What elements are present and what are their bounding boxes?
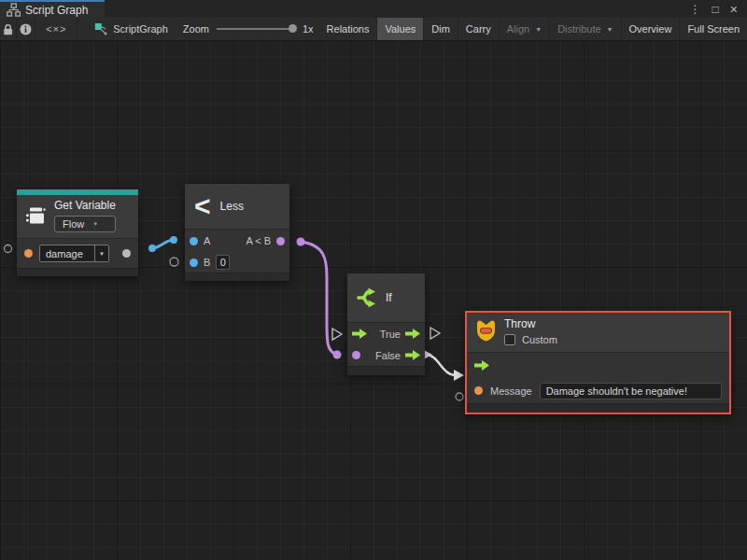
wire-endpoint: [170, 236, 177, 244]
lock-icon: [3, 23, 13, 35]
relations-button[interactable]: Relations: [319, 18, 378, 40]
branch-icon: [355, 286, 379, 310]
value-output-port[interactable]: [122, 249, 131, 258]
wire-endpoint: [333, 351, 342, 359]
less-than-icon: <: [194, 192, 211, 220]
flow-hint-triangle: [332, 329, 342, 340]
custom-checkbox-label: Custom: [522, 334, 557, 345]
node-body: True False: [347, 322, 425, 366]
flow-input-port[interactable]: [474, 360, 489, 371]
port-label-a: A: [204, 235, 210, 246]
values-button[interactable]: Values: [377, 18, 424, 40]
wire-damage-to-lessA[interactable]: [152, 240, 174, 248]
chevron-down-icon: ▼: [607, 26, 613, 33]
code-view-button[interactable]: <×>: [35, 18, 78, 40]
graph-name[interactable]: ScriptGraph: [85, 18, 177, 40]
custom-checkbox[interactable]: [504, 334, 515, 345]
overview-button[interactable]: Overview: [622, 18, 681, 40]
node-footer: [467, 403, 729, 413]
node-body: A A < B B 0: [185, 229, 289, 273]
node-title: Get Variable: [54, 199, 116, 212]
port-label-true: True: [380, 329, 401, 340]
port-hint-circle: [456, 393, 463, 400]
chevron-down-icon: ▼: [92, 221, 98, 227]
node-title: If: [386, 291, 392, 304]
wire-endpoint: [148, 245, 156, 252]
zoom-slider-handle[interactable]: [289, 24, 297, 33]
info-icon: [20, 23, 32, 35]
graph-name-label: ScriptGraph: [113, 23, 168, 35]
dim-button[interactable]: Dim: [424, 18, 458, 40]
flow-input-port[interactable]: [352, 329, 367, 339]
graph-hierarchy-icon: [7, 3, 21, 17]
node-if[interactable]: If True False: [347, 273, 425, 375]
output-port[interactable]: [276, 237, 285, 245]
port-hint-circle: [5, 245, 12, 253]
zoom-value: 1x: [303, 23, 314, 35]
node-header: If: [347, 273, 425, 322]
zoom-control: Zoom 1x: [177, 18, 319, 40]
message-input-port[interactable]: [474, 386, 483, 395]
input-port-a[interactable]: [190, 237, 198, 245]
info-button[interactable]: [17, 18, 35, 40]
chevron-down-icon: ▼: [94, 245, 108, 261]
node-header: < Less: [185, 184, 289, 229]
script-graph-window: Script Graph ⋮ □ × <×>: [0, 0, 747, 560]
zoom-label: Zoom: [183, 23, 209, 35]
port-label-false: False: [375, 350, 401, 361]
b-value-field[interactable]: 0: [216, 255, 230, 270]
titlebar: Script Graph ⋮ □ ×: [0, 0, 747, 18]
wire-endpoint: [297, 238, 305, 246]
wire-less-to-if[interactable]: [301, 242, 337, 355]
node-footer: [347, 366, 425, 375]
maximize-icon[interactable]: □: [712, 4, 719, 15]
node-title: Less: [220, 200, 244, 213]
lock-button[interactable]: [0, 18, 17, 40]
flow-hint-triangle: [430, 328, 440, 339]
wire-if-to-throw[interactable]: [426, 355, 456, 375]
close-icon[interactable]: ×: [730, 3, 738, 16]
node-throw[interactable]: Throw Custom Message Damage shouldn't be…: [465, 311, 731, 414]
carry-button[interactable]: Carry: [458, 18, 500, 40]
window-controls: ⋮ □ ×: [690, 0, 747, 18]
node-header: Get Variable Flow ▼: [17, 195, 138, 238]
zoom-slider[interactable]: [217, 28, 295, 30]
wire-arrowhead: [454, 370, 464, 381]
node-body: Message Damage shouldn't be negative!: [467, 352, 729, 403]
port-label-output: A < B: [246, 235, 271, 246]
node-footer: [17, 268, 138, 276]
code-icon: <×>: [46, 23, 66, 35]
tab-label: Script Graph: [25, 4, 88, 17]
condition-input-port[interactable]: [352, 351, 360, 359]
node-body: damage ▼: [17, 238, 138, 268]
variable-name-dropdown[interactable]: damage ▼: [39, 245, 109, 262]
toolbar: <×> ScriptGraph Zoom 1x Relations Values…: [0, 18, 747, 41]
input-port-b[interactable]: [190, 259, 198, 267]
variable-icon: [24, 204, 47, 227]
throw-error-icon: [475, 317, 497, 343]
false-output-port[interactable]: [405, 350, 420, 360]
message-label: Message: [490, 385, 532, 397]
message-field[interactable]: Damage shouldn't be negative!: [540, 383, 722, 399]
variable-scope-dropdown[interactable]: Flow ▼: [54, 216, 116, 232]
true-output-port[interactable]: [405, 329, 420, 339]
distribute-button[interactable]: Distribute▼: [550, 18, 621, 40]
node-title: Throw: [504, 317, 557, 330]
node-get-variable[interactable]: Get Variable Flow ▼ damage ▼: [17, 189, 138, 276]
port-hint-circle: [170, 258, 178, 266]
graph-canvas[interactable]: Get Variable Flow ▼ damage ▼: [0, 41, 747, 560]
chevron-down-icon: ▼: [535, 26, 542, 33]
port-label-b: B: [204, 257, 210, 268]
node-header: Throw Custom: [467, 313, 729, 352]
more-icon[interactable]: ⋮: [690, 4, 701, 15]
script-graph-icon: [94, 22, 107, 35]
node-less[interactable]: < Less A A < B B 0: [185, 184, 289, 281]
full-screen-button[interactable]: Full Screen: [680, 18, 747, 40]
node-footer: [185, 273, 289, 281]
value-input-port[interactable]: [24, 249, 33, 258]
align-button[interactable]: Align▼: [500, 18, 550, 40]
tab-script-graph[interactable]: Script Graph: [0, 0, 105, 18]
